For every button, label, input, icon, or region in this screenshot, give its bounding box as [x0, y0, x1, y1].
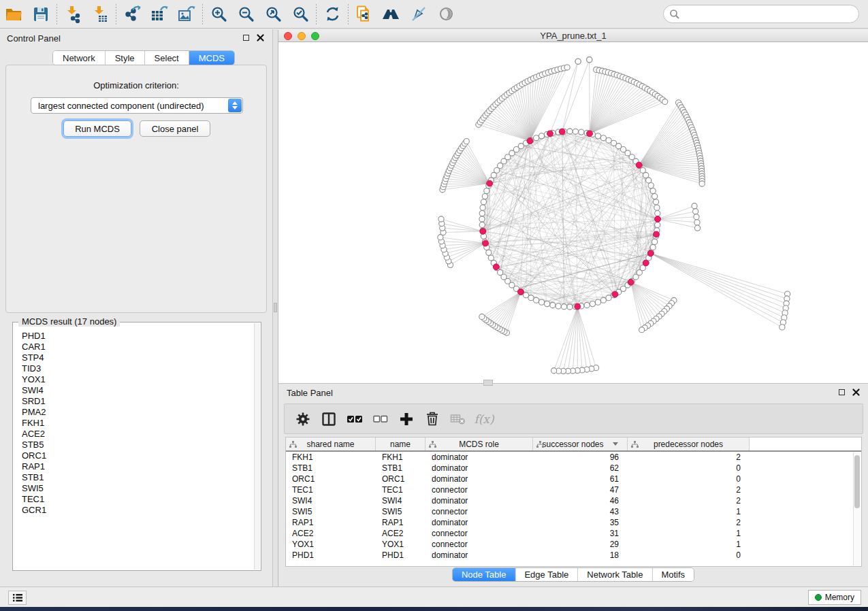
table-panel-title: Table Panel [287, 388, 333, 398]
close-panel-icon[interactable] [257, 34, 264, 42]
table-row[interactable]: YOX1YOX1connector291 [286, 539, 861, 550]
function-builder-button[interactable]: f(x) [471, 406, 497, 432]
tree-icon [631, 441, 639, 448]
export-image-button[interactable] [173, 2, 200, 27]
delete-table-button[interactable] [445, 406, 471, 432]
network-canvas[interactable] [278, 42, 867, 382]
import-table-button[interactable] [86, 2, 114, 27]
show-log-button[interactable] [8, 591, 27, 605]
mcds-list-scrollbar[interactable] [254, 323, 260, 569]
column-header-shared-name[interactable]: shared name [286, 437, 376, 450]
save-icon [33, 6, 49, 22]
hide-graphics-button[interactable] [405, 2, 432, 27]
mcds-result-item[interactable]: SWI4 [22, 385, 254, 396]
table-scrollbar[interactable] [853, 452, 861, 565]
run-mcds-button[interactable]: Run MCDS [63, 120, 131, 137]
table-row[interactable]: TEC1TEC1connector472 [286, 484, 861, 495]
column-header-predecessor-nodes[interactable]: predecessor nodes [628, 437, 750, 450]
mcds-result-item[interactable]: PMA2 [22, 407, 254, 418]
show-graphics-button[interactable] [432, 2, 460, 27]
table-cell: 0 [628, 474, 750, 484]
mcds-result-item[interactable]: RAP1 [22, 461, 254, 472]
table-row[interactable]: ACE2ACE2connector311 [286, 528, 861, 539]
mcds-result-item[interactable]: SWI5 [22, 483, 254, 494]
table-cell: 29 [533, 539, 628, 550]
table-row[interactable]: ORC1ORC1dominator610 [286, 474, 861, 484]
table-row[interactable]: STB1STB1dominator620 [286, 463, 861, 474]
clone-network-button[interactable] [351, 2, 378, 27]
float-panel-icon[interactable] [839, 389, 845, 395]
column-header-MCDS-role[interactable]: MCDS role [425, 437, 533, 450]
trash-icon [425, 411, 440, 427]
table-cell: connector [425, 528, 533, 539]
table-cell: 0 [628, 463, 750, 474]
mcds-result-item[interactable]: TEC1 [22, 494, 254, 505]
export-network-button[interactable] [118, 2, 146, 27]
select-all-button[interactable] [342, 406, 368, 432]
mcds-result-item[interactable]: YOX1 [22, 374, 254, 385]
import-network-button[interactable] [59, 2, 86, 27]
save-session-button[interactable] [27, 2, 54, 27]
tab-edge-table[interactable]: Edge Table [515, 568, 578, 581]
mcds-result-item[interactable]: GCR1 [22, 505, 254, 516]
memory-button[interactable]: Memory [808, 590, 861, 605]
window-zoom-icon[interactable] [311, 32, 319, 40]
network-window-titlebar[interactable]: YPA_prune.txt_1 [278, 30, 868, 42]
mcds-result-item[interactable]: STB1 [22, 472, 254, 483]
tab-network-table[interactable]: Network Table [578, 568, 652, 581]
window-minimize-icon[interactable] [298, 32, 306, 40]
open-file-button[interactable] [0, 2, 27, 27]
horizontal-splitter-grip[interactable] [483, 380, 493, 386]
mcds-result-item[interactable]: CAR1 [22, 342, 254, 352]
mcds-result-item[interactable]: STB5 [22, 440, 254, 450]
vertical-splitter[interactable] [273, 29, 278, 587]
mcds-result-item[interactable]: FKH1 [22, 418, 254, 429]
mcds-result-item[interactable]: ORC1 [22, 450, 254, 461]
table-row[interactable]: FKH1FKH1dominator962 [286, 452, 861, 463]
float-panel-icon[interactable] [243, 35, 249, 41]
import-table-icon [91, 5, 109, 23]
delete-column-button[interactable] [419, 406, 445, 432]
mcds-result-item[interactable]: STP4 [22, 352, 254, 363]
zoom-in-button[interactable] [205, 2, 232, 27]
table-row[interactable]: PHD1PHD1dominator180 [286, 550, 861, 561]
table-header-row: shared namenameMCDS rolesuccessor nodesp… [286, 437, 861, 452]
table-scrollbar-thumb[interactable] [854, 455, 860, 508]
zoom-out-button[interactable] [232, 2, 259, 27]
toolbar-separator [116, 4, 116, 24]
mcds-result-item[interactable]: ACE2 [22, 429, 254, 440]
splitter-grip[interactable] [274, 303, 277, 312]
mcds-result-item[interactable]: TID3 [22, 363, 254, 374]
apply-layout-button[interactable] [319, 2, 346, 27]
export-table-button[interactable] [146, 2, 173, 27]
column-header-successor-nodes[interactable]: successor nodes [533, 437, 628, 450]
tab-node-table[interactable]: Node Table [453, 568, 516, 581]
table-row[interactable]: RAP1RAP1dominator352 [286, 517, 861, 528]
create-column-button[interactable] [393, 406, 419, 432]
tab-select[interactable]: Select [145, 51, 189, 65]
deselect-all-button[interactable] [368, 406, 393, 432]
table-row[interactable]: SWI4SWI4dominator462 [286, 495, 861, 506]
criterion-select[interactable]: largest connected component (undirected) [31, 97, 243, 114]
tab-mcds[interactable]: MCDS [189, 51, 234, 65]
window-close-icon[interactable] [284, 32, 292, 40]
tab-network[interactable]: Network [53, 51, 106, 65]
column-header-name[interactable]: name [376, 437, 425, 450]
close-panel-button[interactable]: Close panel [140, 120, 210, 137]
close-panel-icon[interactable] [852, 389, 860, 396]
table-row[interactable]: SWI5SWI5connector431 [286, 506, 861, 517]
table-options-button[interactable] [290, 406, 316, 432]
find-button[interactable] [378, 2, 405, 27]
mcds-result-item[interactable]: PHD1 [22, 331, 254, 342]
zoom-fit-button[interactable] [259, 2, 287, 27]
mcds-result-item[interactable]: SRD1 [22, 396, 254, 407]
table-cell: dominator [425, 474, 533, 484]
export-network-icon [123, 5, 142, 23]
network-graph [278, 42, 867, 382]
tab-style[interactable]: Style [106, 51, 145, 65]
tab-motifs[interactable]: Motifs [652, 568, 694, 581]
show-columns-button[interactable] [316, 406, 342, 432]
list-icon [12, 593, 23, 602]
zoom-selected-button[interactable] [287, 2, 314, 27]
search-input[interactable] [680, 7, 858, 21]
